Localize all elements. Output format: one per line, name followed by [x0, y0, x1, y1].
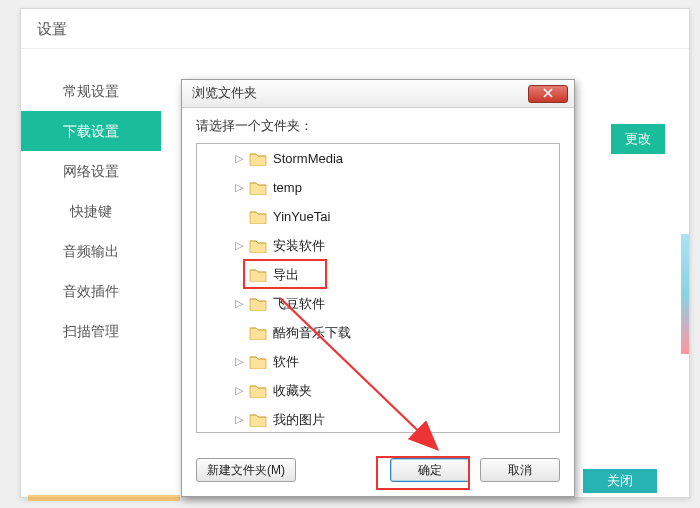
sidebar-item-3[interactable]: 快捷键: [21, 191, 161, 231]
folder-icon: [249, 412, 267, 427]
sidebar-item-4[interactable]: 音频输出: [21, 231, 161, 271]
decorative-accent: [28, 495, 180, 501]
tree-item-label: temp: [273, 180, 302, 195]
tree-item[interactable]: ▷飞豆软件: [197, 289, 559, 318]
expand-placeholder: [233, 269, 245, 281]
folder-icon: [249, 267, 267, 282]
tree-item-label: 安装软件: [273, 237, 325, 255]
settings-sidebar: 常规设置下载设置网络设置快捷键音频输出音效插件扫描管理: [21, 49, 161, 497]
sidebar-item-1[interactable]: 下载设置: [21, 111, 161, 151]
folder-icon: [249, 325, 267, 340]
expand-icon[interactable]: ▷: [233, 356, 245, 368]
tree-item-label: 飞豆软件: [273, 295, 325, 313]
folder-tree: ▷StormMedia▷tempYinYueTai▷安装软件导出▷飞豆软件酷狗音…: [196, 143, 560, 433]
expand-icon[interactable]: ▷: [233, 240, 245, 252]
folder-icon: [249, 354, 267, 369]
tree-item[interactable]: 导出: [197, 260, 559, 289]
tree-item[interactable]: ▷temp: [197, 173, 559, 202]
expand-placeholder: [233, 211, 245, 223]
tree-item[interactable]: ▷收藏夹: [197, 376, 559, 405]
tree-item[interactable]: 酷狗音乐下载: [197, 318, 559, 347]
dialog-title: 浏览文件夹: [192, 85, 257, 102]
sidebar-item-6[interactable]: 扫描管理: [21, 311, 161, 351]
tree-item-label: YinYueTai: [273, 209, 330, 224]
expand-icon[interactable]: ▷: [233, 414, 245, 426]
sidebar-item-5[interactable]: 音效插件: [21, 271, 161, 311]
ok-button[interactable]: 确定: [390, 458, 470, 482]
expand-placeholder: [233, 327, 245, 339]
settings-title: 设置: [21, 9, 689, 49]
folder-icon: [249, 209, 267, 224]
new-folder-button[interactable]: 新建文件夹(M): [196, 458, 296, 482]
change-button[interactable]: 更改: [611, 124, 665, 154]
tree-item[interactable]: YinYueTai: [197, 202, 559, 231]
tree-item-label: 酷狗音乐下载: [273, 324, 351, 342]
tree-item[interactable]: ▷安装软件: [197, 231, 559, 260]
folder-icon: [249, 296, 267, 311]
tree-item-label: StormMedia: [273, 151, 343, 166]
tree-item[interactable]: ▷StormMedia: [197, 144, 559, 173]
folder-icon: [249, 383, 267, 398]
folder-icon: [249, 151, 267, 166]
decorative-strip: [681, 234, 689, 354]
expand-icon[interactable]: ▷: [233, 153, 245, 165]
dialog-button-row: 新建文件夹(M) 确定 取消: [182, 456, 574, 484]
expand-icon[interactable]: ▷: [233, 182, 245, 194]
dialog-titlebar[interactable]: 浏览文件夹: [182, 80, 574, 108]
sidebar-item-0[interactable]: 常规设置: [21, 71, 161, 111]
folder-icon: [249, 238, 267, 253]
expand-icon[interactable]: ▷: [233, 298, 245, 310]
sidebar-item-2[interactable]: 网络设置: [21, 151, 161, 191]
dialog-close-button[interactable]: [528, 85, 568, 103]
close-icon: [543, 87, 553, 101]
tree-item-label: 收藏夹: [273, 382, 312, 400]
tree-item-label: 我的图片: [273, 411, 325, 429]
close-button[interactable]: 关闭: [583, 469, 657, 493]
expand-icon[interactable]: ▷: [233, 385, 245, 397]
tree-item[interactable]: ▷软件: [197, 347, 559, 376]
dialog-prompt: 请选择一个文件夹：: [182, 108, 574, 143]
folder-tree-scroll[interactable]: ▷StormMedia▷tempYinYueTai▷安装软件导出▷飞豆软件酷狗音…: [197, 144, 559, 432]
tree-item-label: 软件: [273, 353, 299, 371]
cancel-button[interactable]: 取消: [480, 458, 560, 482]
folder-icon: [249, 180, 267, 195]
tree-item[interactable]: ▷我的图片: [197, 405, 559, 432]
browse-folder-dialog: 浏览文件夹 请选择一个文件夹： ▷StormMedia▷tempYinYueTa…: [181, 79, 575, 497]
tree-item-label: 导出: [273, 266, 299, 284]
